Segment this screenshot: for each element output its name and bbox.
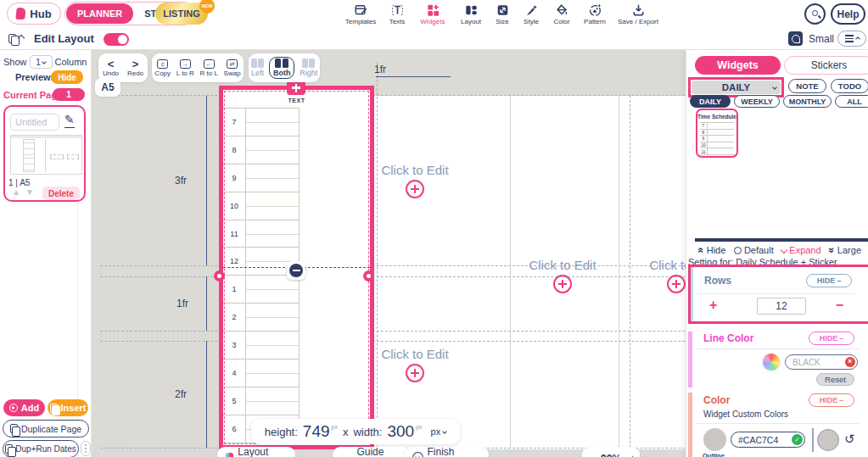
view-default-button[interactable]: Default: [734, 245, 774, 255]
zoom-control: − 90% +: [582, 447, 640, 457]
edit-title-icon[interactable]: ✎: [64, 113, 75, 128]
redo-button[interactable]: >Redo: [127, 59, 143, 77]
copy-button[interactable]: cCopy: [154, 59, 171, 77]
height-value[interactable]: 749: [303, 422, 330, 441]
pattern-button[interactable]: Pattern: [579, 1, 611, 26]
guide-lines-button[interactable]: Guide Lines: [333, 447, 411, 457]
rows-count-input[interactable]: [757, 298, 806, 315]
add-widget-button[interactable]: [406, 364, 424, 382]
filter-monthly[interactable]: MONTHLY: [783, 95, 832, 108]
column-size-pill[interactable]: height: 749 px x width: 300 px px: [251, 419, 460, 444]
chevron-down-icon: [772, 85, 777, 90]
resize-handle-left[interactable]: [214, 270, 225, 281]
dup-run-dates-button[interactable]: Dup+Run Dates: [3, 440, 79, 457]
add-widget-tab[interactable]: [287, 81, 305, 95]
category-dropdown[interactable]: DAILY: [692, 81, 781, 94]
edit-layout-toggle[interactable]: [104, 33, 129, 46]
note-button[interactable]: NOTE: [788, 79, 826, 93]
listing-button[interactable]: LISTING NEW: [155, 3, 208, 25]
zoom-in-button[interactable]: +: [630, 453, 636, 457]
filter-all[interactable]: ALL: [835, 95, 868, 108]
search-button[interactable]: [804, 3, 826, 25]
style-button[interactable]: Style: [518, 1, 545, 26]
filter-weekly[interactable]: WEEKLY: [734, 95, 780, 108]
add-widget-button[interactable]: [406, 180, 424, 198]
density-settings-button[interactable]: [837, 31, 866, 47]
todo-button[interactable]: TODO: [831, 79, 868, 93]
widget-preview-title: Time Schedule: [697, 114, 736, 120]
view-hide-button[interactable]: «Hide: [698, 245, 725, 255]
move-down-button[interactable]: ▼: [25, 187, 34, 197]
divider: [812, 428, 814, 452]
color-hide-button[interactable]: HIDE–: [809, 393, 854, 407]
size-button[interactable]: Size: [490, 1, 514, 26]
save-export-button[interactable]: Save / Export: [614, 1, 662, 26]
columns-select[interactable]: 1: [30, 55, 53, 69]
zoom-out-button[interactable]: −: [586, 453, 592, 457]
templates-button[interactable]: Templates: [341, 1, 380, 26]
l-to-r-button[interactable]: →L to R: [176, 59, 194, 77]
clear-color-icon[interactable]: ×: [845, 357, 856, 368]
delete-page-button[interactable]: Delete: [42, 187, 80, 200]
layout-colors-button[interactable]: Layout Colors: [217, 447, 295, 457]
selected-column[interactable]: TEXT 789101112123456: [219, 86, 374, 449]
line-color-hide-button[interactable]: HIDE–: [809, 332, 854, 345]
swap-button[interactable]: ⇄Swap: [224, 59, 241, 77]
current-color-swatch[interactable]: [817, 429, 839, 451]
tab-widgets[interactable]: Widgets: [695, 56, 781, 75]
r-to-l-button[interactable]: ←R to L: [200, 59, 218, 77]
help-button[interactable]: Help: [831, 3, 865, 25]
side-both-button[interactable]: Both: [269, 57, 295, 79]
schedule-row: 10: [223, 192, 299, 220]
rows-increase-button[interactable]: +: [709, 298, 717, 313]
time-schedule-widget-card[interactable]: Time Schedule 7891011: [696, 109, 738, 158]
insert-page-button[interactable]: Insert: [48, 399, 88, 416]
move-up-button[interactable]: ▲: [12, 187, 20, 197]
planner-tab[interactable]: PLANNER: [66, 3, 133, 24]
preview-row: 10: [700, 142, 734, 149]
outline-color-swatch[interactable]: [703, 428, 726, 451]
filter-daily[interactable]: DAILY: [690, 95, 731, 108]
chevron-left-icon: <: [108, 59, 115, 69]
app-window: Hub PLANNER STICKER LISTING NEW Template…: [0, 0, 868, 457]
collapse-panel-button[interactable]: [8, 31, 31, 46]
copy-icon: c: [157, 59, 168, 69]
hex-input-wrap: ✓: [731, 432, 805, 448]
view-expand-button[interactable]: Expand: [781, 245, 820, 255]
tab-stickers[interactable]: Stickers: [784, 56, 868, 75]
undo-button[interactable]: <Undo: [103, 59, 119, 77]
unit-select[interactable]: px: [431, 426, 447, 437]
add-widget-button[interactable]: [667, 275, 686, 293]
page-title-input[interactable]: [10, 114, 59, 131]
confirm-color-icon[interactable]: ✓: [792, 434, 803, 445]
view-large-button[interactable]: »Large: [829, 245, 861, 255]
texts-button[interactable]: Texts: [384, 1, 411, 26]
panel-style-icon[interactable]: [788, 31, 803, 46]
add-page-button[interactable]: Add: [3, 399, 45, 416]
reset-rotate-icon[interactable]: ↺: [844, 432, 855, 447]
arrow-left-icon: ←: [204, 59, 215, 69]
section-divider-bar: [695, 238, 868, 242]
color-button[interactable]: Color: [548, 1, 575, 26]
hub-button[interactable]: Hub: [7, 3, 61, 25]
divider: [697, 293, 855, 294]
rows-hide-button[interactable]: HIDE–: [806, 274, 852, 287]
finish-layout-button[interactable]: Finish Layout: [404, 447, 489, 457]
widgets-button[interactable]: Widgets: [414, 1, 451, 26]
add-widget-button[interactable]: [553, 275, 572, 293]
more-options-button[interactable]: [81, 441, 91, 456]
page-card[interactable]: ✎ 1 | A5 ▲ ▼ Delete: [3, 105, 86, 202]
page-thumbnail[interactable]: [10, 135, 82, 175]
line-color-reset-button[interactable]: Reset: [816, 373, 854, 386]
resize-handle-right[interactable]: [363, 270, 374, 281]
rainbow-color-picker[interactable]: [762, 353, 781, 371]
side-left-button[interactable]: Left: [251, 59, 265, 77]
width-value[interactable]: 300: [387, 422, 414, 441]
layout-button[interactable]: Layout: [455, 1, 487, 26]
duplicate-page-button[interactable]: Duplicate Page: [3, 420, 89, 437]
rows-decrease-button[interactable]: −: [836, 298, 843, 313]
remove-row-button[interactable]: [287, 261, 305, 280]
previews-hide-button[interactable]: Hide: [51, 70, 83, 84]
side-right-button[interactable]: Right: [300, 59, 317, 77]
chevron-down-circle-icon: [412, 452, 423, 457]
